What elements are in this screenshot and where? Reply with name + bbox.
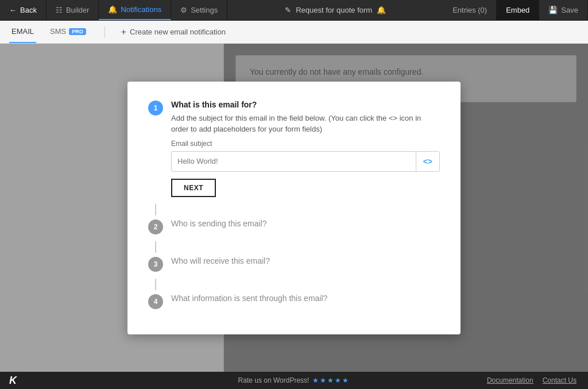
step-4: 4 What information is sent through this … [148, 294, 440, 309]
step-4-title: What information is sent through this em… [171, 294, 440, 303]
top-nav: ← Back ☷ Builder 🔔 Notifications ⚙ Setti… [0, 0, 588, 21]
tab-email[interactable]: EMAIL [9, 21, 36, 43]
step-divider-2-3 [155, 241, 156, 253]
embed-button[interactable]: Embed [497, 0, 539, 20]
notification-bell-icon: 🔔 [377, 6, 386, 14]
step-3-content: Who will receive this email? [171, 256, 440, 265]
step-2-title: Who is sending this email? [171, 219, 440, 228]
step-1-field-label: Email subject [171, 140, 440, 148]
second-nav: EMAIL SMS PRO + Create new email notific… [0, 21, 588, 44]
main-content: You currently do not have any emails con… [0, 44, 588, 372]
bell-icon: 🔔 [108, 5, 117, 14]
step-3: 3 Who will receive this email? [148, 256, 440, 272]
step-3-circle: 3 [148, 257, 163, 272]
create-email-button[interactable]: + Create new email notification [121, 27, 226, 37]
step-2-circle: 2 [148, 219, 163, 234]
step-4-content: What information is sent through this em… [171, 294, 440, 303]
builder-button[interactable]: ☷ Builder [47, 0, 99, 20]
step-3-title: Who will receive this email? [171, 256, 440, 265]
documentation-link[interactable]: Documentation [487, 376, 533, 384]
footer-links: Documentation Contact Us [487, 376, 577, 384]
wizard-modal: 1 What is this email for? Add the subjec… [127, 82, 461, 334]
step-2: 2 Who is sending this email? [148, 219, 440, 234]
code-brackets-icon: <> [423, 157, 432, 166]
email-subject-input-row: <> [171, 151, 440, 172]
step-4-circle: 4 [148, 294, 163, 309]
back-button[interactable]: ← Back [0, 0, 47, 20]
rate-text: Rate us on WordPress! [238, 376, 310, 384]
placeholder-icon-button[interactable]: <> [416, 152, 439, 171]
step-divider-1-2 [155, 204, 156, 215]
contact-link[interactable]: Contact Us [543, 376, 577, 384]
footer: K Rate us on WordPress! ★★★★★ Documentat… [0, 372, 588, 389]
pro-badge: PRO [69, 28, 86, 35]
email-subject-input[interactable] [172, 152, 416, 170]
grid-icon: ☷ [56, 6, 63, 14]
logo: K [9, 375, 17, 387]
step-2-content: Who is sending this email? [171, 219, 440, 228]
form-title-area: ✎ Request for quote form 🔔 [227, 6, 443, 14]
plus-icon: + [121, 27, 126, 37]
settings-button[interactable]: ⚙ Settings [171, 0, 227, 20]
back-icon: ← [9, 6, 17, 14]
step-1-content: What is this email for? Add the subject … [171, 100, 440, 197]
step-divider-3-4 [155, 279, 156, 290]
save-icon: 💾 [548, 6, 558, 14]
edit-icon: ✎ [285, 6, 291, 14]
next-button[interactable]: NEXT [171, 179, 216, 197]
save-button[interactable]: 💾 Save [539, 0, 588, 20]
gear-icon: ⚙ [180, 6, 187, 14]
entries-button[interactable]: Entries (0) [443, 0, 497, 20]
divider [105, 26, 105, 38]
star-icons[interactable]: ★★★★★ [312, 376, 350, 384]
tab-sms[interactable]: SMS PRO [48, 21, 88, 43]
notifications-button[interactable]: 🔔 Notifications [99, 0, 171, 20]
modal-overlay: 1 What is this email for? Add the subjec… [0, 44, 588, 372]
step-1-circle: 1 [148, 101, 163, 115]
step-1-title: What is this email for? [171, 100, 440, 109]
step-1-description: Add the subject for this email in the fi… [171, 113, 440, 135]
step-1: 1 What is this email for? Add the subjec… [148, 100, 440, 197]
